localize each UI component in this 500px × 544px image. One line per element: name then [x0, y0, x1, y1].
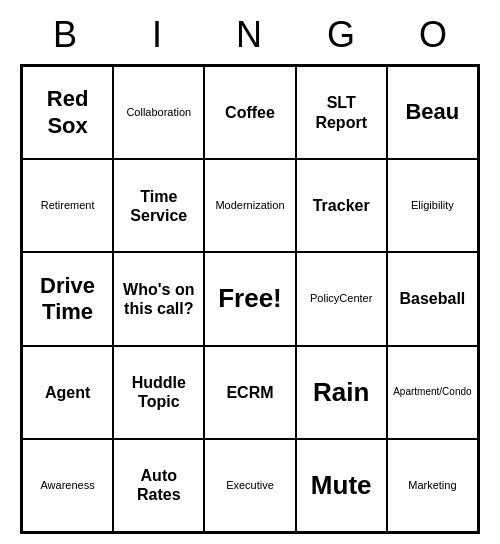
cell-text-r0-c2: Coffee — [225, 103, 275, 122]
cell-text-r0-c3: SLT Report — [301, 93, 382, 131]
cell-text-r4-c1: Auto Rates — [118, 466, 199, 504]
cell-r1-c1: Time Service — [113, 159, 204, 252]
cell-r4-c2: Executive — [204, 439, 295, 532]
cell-r2-c0: Drive Time — [22, 252, 113, 345]
cell-r2-c1: Who's on this call? — [113, 252, 204, 345]
bingo-header: BINGO — [20, 10, 480, 60]
cell-text-r1-c2: Modernization — [215, 199, 284, 212]
cell-text-r0-c4: Beau — [405, 99, 459, 125]
cell-r0-c2: Coffee — [204, 66, 295, 159]
cell-text-r4-c2: Executive — [226, 479, 274, 492]
header-letter-o: O — [388, 10, 480, 60]
cell-r3-c1: Huddle Topic — [113, 346, 204, 439]
cell-r1-c0: Retirement — [22, 159, 113, 252]
cell-text-r2-c0: Drive Time — [27, 273, 108, 326]
cell-r3-c3: Rain — [296, 346, 387, 439]
cell-r1-c2: Modernization — [204, 159, 295, 252]
cell-r4-c0: Awareness — [22, 439, 113, 532]
cell-text-r4-c0: Awareness — [40, 479, 94, 492]
cell-text-r2-c1: Who's on this call? — [118, 280, 199, 318]
cell-text-r2-c2: Free! — [218, 283, 282, 314]
header-letter-i: I — [112, 10, 204, 60]
cell-r0-c0: Red Sox — [22, 66, 113, 159]
cell-text-r4-c4: Marketing — [408, 479, 456, 492]
cell-text-r4-c3: Mute — [311, 470, 372, 501]
cell-text-r2-c3: PolicyCenter — [310, 292, 372, 305]
cell-r1-c3: Tracker — [296, 159, 387, 252]
header-letter-g: G — [296, 10, 388, 60]
cell-r3-c2: ECRM — [204, 346, 295, 439]
cell-r4-c3: Mute — [296, 439, 387, 532]
cell-text-r3-c0: Agent — [45, 383, 90, 402]
cell-text-r0-c1: Collaboration — [126, 106, 191, 119]
cell-text-r3-c2: ECRM — [226, 383, 273, 402]
cell-r4-c4: Marketing — [387, 439, 478, 532]
cell-text-r1-c3: Tracker — [313, 196, 370, 215]
cell-r0-c3: SLT Report — [296, 66, 387, 159]
cell-text-r1-c0: Retirement — [41, 199, 95, 212]
header-letter-b: B — [20, 10, 112, 60]
cell-r0-c1: Collaboration — [113, 66, 204, 159]
cell-text-r3-c4: Apartment/Condo — [393, 386, 471, 398]
cell-r4-c1: Auto Rates — [113, 439, 204, 532]
cell-text-r1-c4: Eligibility — [411, 199, 454, 212]
cell-text-r1-c1: Time Service — [118, 187, 199, 225]
cell-text-r0-c0: Red Sox — [27, 86, 108, 139]
header-letter-n: N — [204, 10, 296, 60]
cell-text-r3-c1: Huddle Topic — [118, 373, 199, 411]
cell-r2-c2: Free! — [204, 252, 295, 345]
cell-r0-c4: Beau — [387, 66, 478, 159]
cell-text-r3-c3: Rain — [313, 377, 369, 408]
cell-text-r2-c4: Baseball — [399, 289, 465, 308]
cell-r3-c0: Agent — [22, 346, 113, 439]
cell-r2-c4: Baseball — [387, 252, 478, 345]
bingo-grid: Red SoxCollaborationCoffeeSLT ReportBeau… — [20, 64, 480, 534]
cell-r2-c3: PolicyCenter — [296, 252, 387, 345]
cell-r3-c4: Apartment/Condo — [387, 346, 478, 439]
cell-r1-c4: Eligibility — [387, 159, 478, 252]
